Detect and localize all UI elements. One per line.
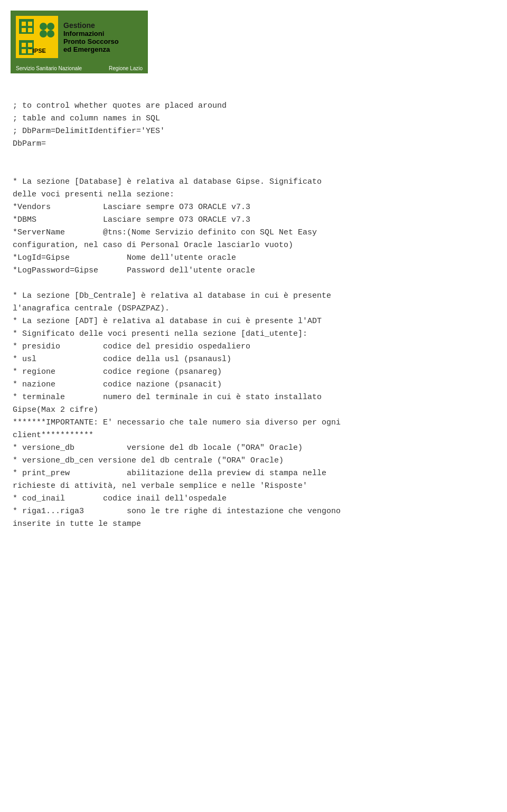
content-line-10: *ServerName @tns:(Nome Servizio definito… (13, 226, 494, 239)
svg-point-3 (47, 23, 54, 30)
content-line-14 (13, 277, 494, 290)
content-line-33: inserite in tutte le stampe (13, 518, 494, 531)
content-line-21: * regione codice regione (psanareg) (13, 366, 494, 379)
svg-rect-15 (28, 49, 32, 53)
logo-line-3: Pronto Soccorso (63, 37, 119, 45)
gipse-logo-icon: GIPSE (16, 16, 58, 58)
content-line-17: * La sezione [ADT] è relativa al databas… (13, 315, 494, 328)
logo-text-block: Gestione Informazioni Pronto Soccorso ed… (63, 21, 119, 53)
svg-rect-9 (28, 22, 32, 26)
content-line-7: delle voci presenti nella sezione: (13, 188, 494, 201)
svg-rect-12 (22, 43, 26, 47)
logo-line-1: Gestione (63, 21, 119, 30)
content-line-13: *LogPassword=Gipse Password dell'utente … (13, 265, 494, 277)
content-line-25: *******IMPORTANTE: E' necessario che tal… (13, 417, 494, 429)
svg-point-2 (40, 23, 47, 30)
content-line-0: ; to control whether quotes are placed a… (13, 100, 494, 112)
content-line-4 (13, 150, 494, 163)
content-line-6: * La sezione [Database] è relativa al da… (13, 176, 494, 188)
svg-point-4 (40, 30, 47, 37)
svg-rect-13 (28, 43, 32, 47)
content-line-3: DbParm= (13, 138, 494, 150)
content-line-24: Gipse(Max 2 cifre) (13, 404, 494, 417)
logo-bottom-left: Servizio Sanitario Nazionale (16, 65, 82, 71)
content-line-31: * cod_inail codice inail dell'ospedale (13, 493, 494, 505)
svg-point-5 (47, 30, 54, 37)
content-line-22: * nazione codice nazione (psanacit) (13, 379, 494, 391)
main-content: ; to control whether quotes are placed a… (0, 79, 507, 543)
logo-bottom-right: Regione Lazio (109, 65, 143, 71)
content-line-18: * Significato delle voci presenti nella … (13, 328, 494, 341)
logo-box: GIPSE Gestione Informazioni Pronto Socco… (11, 11, 148, 63)
header-section: GIPSE Gestione Informazioni Pronto Socco… (0, 0, 507, 79)
content-line-28: * versione_db_cen versione del db centra… (13, 455, 494, 467)
content-line-16: l'anagrafica centrale (DSPAZPAZ). (13, 303, 494, 315)
content-line-29: * print_prew abilitazione della preview … (13, 467, 494, 480)
content-line-1: ; table and column names in SQL (13, 112, 494, 125)
content-line-23: * terminale numero del terminale in cui … (13, 391, 494, 404)
content-line-2: ; DbParm=DelimitIdentifier='YES' (13, 125, 494, 138)
content-line-30: richieste di attività, nel verbale sempl… (13, 480, 494, 493)
svg-rect-8 (22, 22, 26, 26)
svg-rect-14 (22, 49, 26, 53)
content-line-12: *LogId=Gipse Nome dell'utente oracle (13, 252, 494, 265)
content-line-19: * presidio codice del presidio ospedalie… (13, 341, 494, 353)
logo-container: GIPSE Gestione Informazioni Pronto Socco… (11, 11, 148, 73)
content-line-27: * versione_db versione del db locale ("O… (13, 442, 494, 455)
svg-rect-11 (28, 28, 32, 32)
logo-bottom-bar: Servizio Sanitario Nazionale Regione Laz… (11, 63, 148, 73)
content-line-9: *DBMS Lasciare sempre O73 ORACLE v7.3 (13, 214, 494, 226)
content-line-11: configuration, nel caso di Personal Orac… (13, 239, 494, 252)
content-line-20: * usl codice della usl (psanausl) (13, 353, 494, 366)
svg-rect-10 (22, 28, 26, 32)
logo-line-2: Informazioni (63, 30, 119, 37)
content-line-26: client*********** (13, 429, 494, 442)
content-line-15: * La sezione [Db_Centrale] è relativa al… (13, 290, 494, 303)
content-line-5 (13, 163, 494, 176)
content-line-8: *Vendors Lasciare sempre O73 ORACLE v7.3 (13, 201, 494, 214)
logo-line-4: ed Emergenza (63, 45, 119, 53)
content-line-32: * riga1...riga3 sono le tre righe di int… (13, 505, 494, 518)
